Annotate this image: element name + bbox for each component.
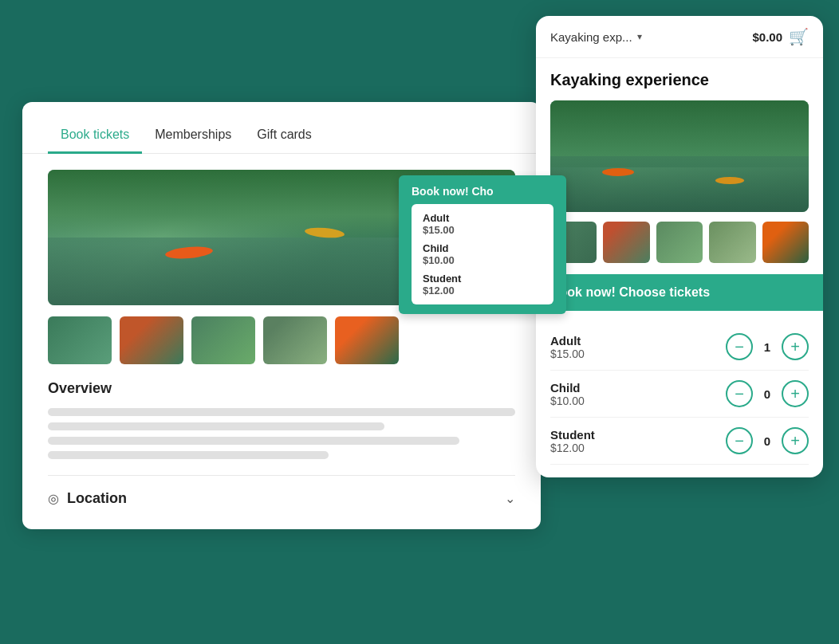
student-ticket-name: Student	[550, 428, 595, 442]
right-card: Kayaking exp... ▾ $0.00 🛒 Kayaking exper…	[536, 16, 823, 477]
cart-price: $0.00	[752, 30, 782, 44]
experience-title: Kayaking experience	[550, 71, 809, 89]
middle-ticket-student: Student $12.00	[423, 273, 542, 296]
book-now-header: Book now! Choose tickets	[536, 274, 823, 311]
book-now-label-sm: Book now! Cho	[412, 185, 553, 198]
right-title-short: Kayaking exp...	[550, 30, 632, 44]
middle-student-price: $12.00	[423, 285, 542, 296]
right-water-deco	[550, 156, 809, 212]
student-increment-button[interactable]: +	[782, 427, 809, 454]
child-ticket-info: Child $10.00	[550, 381, 585, 407]
tabs-bar: Book tickets Memberships Gift cards	[22, 102, 541, 154]
right-kayak-2	[715, 177, 744, 184]
student-ticket-controls: − 0 +	[726, 427, 809, 454]
location-left: ◎ Location	[48, 490, 127, 507]
adult-ticket-name: Adult	[550, 334, 585, 348]
tab-memberships[interactable]: Memberships	[142, 118, 244, 154]
tab-book-tickets[interactable]: Book tickets	[48, 118, 142, 154]
right-thumbnail-5[interactable]	[762, 222, 809, 263]
ticket-row-child: Child $10.00 − 0 +	[550, 371, 809, 418]
adult-ticket-info: Adult $15.00	[550, 334, 585, 360]
student-ticket-info: Student $12.00	[550, 428, 595, 454]
adult-quantity: 1	[761, 340, 774, 354]
middle-adult-price: $15.00	[423, 224, 542, 236]
student-ticket-price: $12.00	[550, 442, 595, 454]
middle-book-overlay: Book now! Cho Adult $15.00 Child $10.00 …	[399, 175, 566, 314]
child-decrement-button[interactable]: −	[726, 380, 753, 407]
middle-child-name: Child	[423, 242, 542, 254]
student-decrement-button[interactable]: −	[726, 427, 753, 454]
child-ticket-controls: − 0 +	[726, 380, 809, 407]
overview-line-2	[48, 422, 384, 430]
right-card-header: Kayaking exp... ▾ $0.00 🛒	[536, 16, 823, 58]
child-ticket-name: Child	[550, 381, 585, 395]
overview-line-1	[48, 408, 515, 416]
thumbnail-1[interactable]	[48, 316, 112, 364]
middle-child-price: $10.00	[423, 254, 542, 266]
right-main-image	[550, 100, 809, 212]
right-thumbnail-2[interactable]	[603, 222, 649, 263]
divider-1	[48, 475, 515, 476]
dropdown-arrow-icon[interactable]: ▾	[637, 31, 642, 42]
thumbnail-4[interactable]	[263, 316, 327, 364]
right-card-body: Kayaking experience Book now! Choose tic…	[536, 58, 823, 477]
thumbnail-2[interactable]	[120, 316, 183, 364]
right-thumbnail-4[interactable]	[709, 222, 755, 263]
adult-decrement-button[interactable]: −	[726, 333, 753, 360]
right-thumbnail-row	[550, 222, 809, 263]
adult-increment-button[interactable]: +	[782, 333, 809, 360]
location-row[interactable]: ◎ Location ⌄	[48, 490, 515, 507]
middle-ticket-child: Child $10.00	[423, 242, 542, 266]
child-ticket-price: $10.00	[550, 395, 585, 407]
adult-ticket-controls: − 1 +	[726, 333, 809, 360]
tab-gift-cards[interactable]: Gift cards	[244, 118, 324, 154]
cart-icon: 🛒	[789, 27, 809, 46]
child-increment-button[interactable]: +	[782, 380, 809, 407]
tickets-section: Adult $15.00 − 1 + Child $10.00 − 0	[550, 311, 809, 465]
adult-ticket-price: $15.00	[550, 348, 585, 360]
right-header-left: Kayaking exp... ▾	[550, 30, 642, 44]
thumbnail-row	[48, 316, 515, 364]
cart-area[interactable]: $0.00 🛒	[752, 27, 809, 46]
student-quantity: 0	[761, 434, 774, 448]
location-icon: ◎	[48, 491, 59, 506]
location-label: Location	[67, 490, 127, 507]
overview-text-lines	[48, 408, 515, 459]
left-card: Book tickets Memberships Gift cards Over…	[22, 102, 541, 529]
ticket-row-student: Student $12.00 − 0 +	[550, 418, 809, 465]
middle-student-name: Student	[423, 273, 542, 285]
middle-ticket-adult: Adult $15.00	[423, 212, 542, 236]
child-quantity: 0	[761, 387, 774, 401]
right-thumbnail-3[interactable]	[656, 222, 703, 263]
middle-ticket-list: Adult $15.00 Child $10.00 Student $12.00	[412, 204, 553, 304]
overview-title: Overview	[48, 380, 515, 397]
overview-line-3	[48, 437, 459, 445]
thumbnail-5[interactable]	[335, 316, 399, 364]
overview-line-4	[48, 451, 329, 459]
thumbnail-3[interactable]	[191, 316, 255, 364]
middle-adult-name: Adult	[423, 212, 542, 224]
ticket-row-adult: Adult $15.00 − 1 +	[550, 324, 809, 371]
chevron-down-icon: ⌄	[505, 491, 515, 506]
